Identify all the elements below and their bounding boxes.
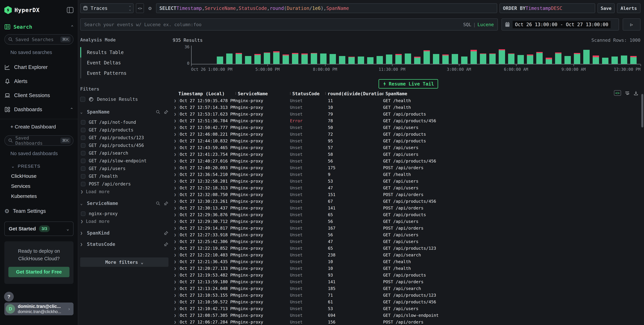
row-expand-icon[interactable]: ❯ xyxy=(173,199,178,203)
histogram-bar[interactable] xyxy=(555,52,562,64)
filter-checkbox[interactable] xyxy=(81,159,86,163)
row-expand-icon[interactable]: ❯ xyxy=(173,246,178,250)
row-expand-icon[interactable]: ❯ xyxy=(173,287,178,291)
row-expand-icon[interactable]: ❯ xyxy=(173,307,178,311)
search-icon[interactable] xyxy=(156,110,160,114)
table-row[interactable]: ❯Oct 27 12:30:13.437 PMnginx-proxyUnset1… xyxy=(173,205,640,211)
analysis-mode-event-deltas[interactable]: Event Deltas xyxy=(81,57,168,68)
table-row[interactable]: ❯Oct 27 12:32:18.313 PMnginx-proxyUnset4… xyxy=(173,184,640,191)
analysis-mode-results-table[interactable]: Results Table xyxy=(81,47,168,57)
search-input[interactable]: Search your events w/ Lucene ex. column:… xyxy=(80,18,498,30)
row-expand-icon[interactable]: ❯ xyxy=(173,166,178,170)
histogram-bar[interactable] xyxy=(273,51,280,64)
table-row[interactable]: ❯Oct 27 12:10:42.713 PMnginx-proxyUnset5… xyxy=(173,305,640,312)
row-expand-icon[interactable]: ❯ xyxy=(173,260,178,264)
help-button[interactable]: ? xyxy=(4,292,14,302)
saved-searches-input[interactable]: Saved Searches ⌘K xyxy=(4,34,74,45)
code-view-button[interactable]: <> xyxy=(136,3,144,13)
histogram-bar[interactable] xyxy=(311,53,317,64)
row-expand-icon[interactable]: ❯ xyxy=(173,219,178,224)
preset-services[interactable]: Services xyxy=(4,183,74,189)
query-settings-gear-icon[interactable]: ⚙ xyxy=(146,3,154,13)
filter-option[interactable]: GET /api/products/456 xyxy=(81,142,168,149)
save-button[interactable]: Save xyxy=(598,3,615,13)
table-row[interactable]: ❯Oct 27 12:46:08.221 PMnginx-proxyUnset7… xyxy=(173,131,640,137)
sidebar-item-client-sessions[interactable]: Client Sessions xyxy=(4,91,74,100)
histogram-bar[interactable] xyxy=(621,55,627,64)
histogram-bar[interactable] xyxy=(414,57,420,64)
row-expand-icon[interactable]: ❯ xyxy=(173,293,178,297)
histogram-bar[interactable] xyxy=(320,53,326,64)
row-expand-icon[interactable]: ❯ xyxy=(173,320,178,324)
filter-option[interactable]: GET /health xyxy=(81,172,168,180)
table-row[interactable]: ❯Oct 27 12:21:36.435 PMnginx-proxyUnset1… xyxy=(173,258,640,265)
get-started-toggle[interactable]: Get Started 3/3 ⌄ xyxy=(4,222,74,236)
get-started-free-button[interactable]: Get Started for Free xyxy=(8,267,70,277)
histogram-bar[interactable] xyxy=(386,54,392,64)
histogram-bar[interactable] xyxy=(630,56,636,64)
sidebar-item-alerts[interactable]: Alerts xyxy=(4,77,74,86)
filter-checkbox[interactable] xyxy=(81,151,86,155)
histogram-bar[interactable] xyxy=(433,54,439,64)
table-row[interactable]: ❯Oct 27 12:29:36.876 PMnginx-proxyUnset6… xyxy=(173,211,640,218)
histogram-bar[interactable] xyxy=(236,53,242,64)
column-header[interactable]: round(divide(Duration, xyxy=(325,91,383,96)
create-dashboard-button[interactable]: + Create Dashboard xyxy=(4,124,74,130)
lucene-toggle[interactable]: Lucene xyxy=(478,22,494,27)
column-header[interactable]: Timestamp (Local) xyxy=(178,91,236,96)
column-header[interactable]: ServiceName xyxy=(236,91,290,96)
histogram-bar[interactable] xyxy=(301,53,308,64)
filter-group-servicename[interactable]: ⌄ServiceName xyxy=(80,201,168,206)
row-expand-icon[interactable]: ❯ xyxy=(173,266,178,271)
histogram-bar[interactable] xyxy=(292,53,298,64)
filter-option[interactable]: POST /api/orders xyxy=(81,180,168,188)
table-row[interactable]: ❯Oct 27 12:19:53.482 PMnginx-proxyUnset9… xyxy=(173,272,640,278)
filter-checkbox[interactable] xyxy=(81,166,86,171)
histogram-bar[interactable] xyxy=(489,53,496,64)
table-row[interactable]: ❯Oct 27 12:10:53.155 PMnginx-proxyUnset7… xyxy=(173,292,640,299)
row-expand-icon[interactable]: ❯ xyxy=(173,112,178,116)
table-row[interactable]: ❯Oct 27 12:40:27.016 PMnginx-proxyUnset5… xyxy=(173,158,640,164)
filter-checkbox[interactable] xyxy=(81,174,86,179)
table-row[interactable]: ❯Oct 27 12:36:54.210 PMnginx-proxyUnset9… xyxy=(173,171,640,178)
load-more-button[interactable]: ❯Load more xyxy=(80,218,168,225)
table-row[interactable]: ❯Oct 27 12:06:27.284 PMnginx-proxyUnset1… xyxy=(173,319,640,325)
histogram-bar[interactable] xyxy=(527,54,533,64)
presets-toggle[interactable]: ⌄ PRESETS xyxy=(4,164,74,169)
resume-live-tail-button[interactable]: Resume Live Tail xyxy=(378,79,438,88)
row-expand-icon[interactable]: ❯ xyxy=(173,125,178,130)
sidebar-item-search[interactable]: Search ⌃ xyxy=(4,24,74,30)
row-expand-icon[interactable]: ❯ xyxy=(173,119,178,123)
table-row[interactable]: ❯Oct 27 12:13:24.048 PMnginx-proxyUnset1… xyxy=(173,285,640,292)
view-source-icon[interactable]: <> xyxy=(614,90,621,96)
histogram-bar[interactable] xyxy=(424,50,430,64)
table-row[interactable]: ❯Oct 27 12:13:59.180 PMnginx-proxyUnset1… xyxy=(173,278,640,285)
vertical-scrollbar[interactable] xyxy=(641,94,643,127)
histogram-bar[interactable] xyxy=(339,56,345,64)
table-row[interactable]: ❯Oct 27 12:59:35.478 PMnginx-proxyUnset1… xyxy=(173,97,640,104)
filter-checkbox[interactable] xyxy=(81,182,86,186)
histogram-bar[interactable] xyxy=(330,54,336,64)
histogram-bar[interactable] xyxy=(546,58,552,64)
pin-icon[interactable] xyxy=(164,242,168,247)
filter-group-spankind[interactable]: ❯SpanKind xyxy=(80,230,168,236)
table-row[interactable]: ❯Oct 27 12:51:36.784 PMnginx-proxyError7… xyxy=(173,117,640,124)
denoise-checkbox[interactable] xyxy=(80,97,85,102)
histogram-bar[interactable] xyxy=(470,50,477,64)
row-expand-icon[interactable]: ❯ xyxy=(173,240,178,244)
row-expand-icon[interactable]: ❯ xyxy=(173,186,178,190)
histogram-bar[interactable] xyxy=(367,57,374,64)
histogram-bar[interactable] xyxy=(348,57,355,64)
filter-option[interactable]: GET /api/products/123 xyxy=(81,134,168,142)
histogram-bar[interactable] xyxy=(564,56,571,64)
histogram-bar[interactable] xyxy=(461,56,468,64)
histogram-bar[interactable] xyxy=(536,52,543,64)
table-row[interactable]: ❯Oct 27 12:08:57.305 PMnginx-proxyUnset6… xyxy=(173,312,640,319)
row-expand-icon[interactable]: ❯ xyxy=(173,273,178,277)
table-row[interactable]: ❯Oct 27 12:10:50.572 PMnginx-proxyUnset6… xyxy=(173,299,640,305)
filter-group-statuscode[interactable]: ❯StatusCode xyxy=(80,242,168,247)
row-expand-icon[interactable]: ❯ xyxy=(173,152,178,156)
table-row[interactable]: ❯Oct 27 12:50:42.777 PMnginx-proxyUnset5… xyxy=(173,124,640,131)
table-row[interactable]: ❯Oct 27 12:53:17.623 PMnginx-proxyUnset7… xyxy=(173,111,640,117)
filter-group-spanname[interactable]: ⌄SpanName xyxy=(80,109,168,115)
